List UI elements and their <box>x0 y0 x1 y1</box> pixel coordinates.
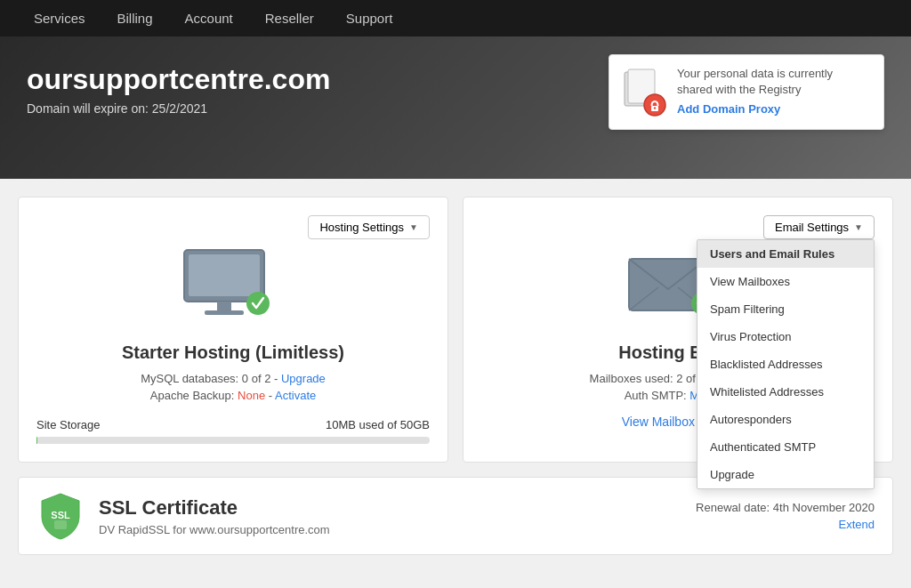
hero-banner: oursupportcentre.com Domain will expire … <box>0 36 911 179</box>
hosting-backup-info: Apache Backup: None - Activate <box>150 389 316 402</box>
privacy-text: Your personal data is currently shared w… <box>677 66 871 118</box>
ssl-renewal: Renewal date: 4th November 2020 <box>696 501 875 514</box>
email-settings-dropdown[interactable]: Email Settings ▼ <box>763 215 875 239</box>
svg-rect-6 <box>189 254 260 296</box>
nav-support[interactable]: Support <box>330 0 409 36</box>
privacy-notice: Your personal data is currently shared w… <box>609 54 884 130</box>
hero-text: oursupportcentre.com Domain will expire … <box>27 63 330 116</box>
storage-value: 10MB used of 50GB <box>326 418 430 431</box>
chevron-down-icon: ▼ <box>409 222 418 232</box>
nav-billing[interactable]: Billing <box>101 0 169 36</box>
storage-label: Site Storage <box>36 418 101 431</box>
hosting-dropdown-label: Hosting Settings <box>319 221 404 234</box>
menu-item-spam-filtering[interactable]: Spam Filtering <box>697 295 874 323</box>
hosting-card-header: Hosting Settings ▼ <box>36 215 430 239</box>
privacy-icon <box>622 68 666 117</box>
menu-item-autoresponders[interactable]: Autoresponders <box>697 406 874 433</box>
hosting-icon <box>180 248 286 328</box>
email-dropdown-label: Email Settings <box>775 221 849 234</box>
privacy-description: Your personal data is currently shared w… <box>677 67 833 96</box>
mysql-upgrade-link[interactable]: Upgrade <box>281 372 326 385</box>
smtp-label: Auth SMTP: <box>625 389 687 402</box>
email-card-header: Email Settings ▼ Users and Email Rules V… <box>481 215 875 239</box>
hosting-settings-dropdown[interactable]: Hosting Settings ▼ <box>308 215 430 239</box>
storage-bar-fill <box>36 437 37 444</box>
svg-rect-8 <box>205 310 244 315</box>
ssl-text: SSL Certificate DV RapidSSL for www.ours… <box>99 496 330 536</box>
ssl-subtitle: DV RapidSSL for www.oursupportcentre.com <box>99 523 330 536</box>
mysql-value: 0 of 2 <box>242 372 271 385</box>
menu-item-users-email-rules[interactable]: Users and Email Rules <box>697 240 874 268</box>
top-navigation: Services Billing Account Reseller Suppor… <box>0 0 911 36</box>
svg-point-9 <box>246 292 270 315</box>
chevron-down-icon: ▼ <box>854 222 863 232</box>
activate-link[interactable]: Activate <box>275 389 316 402</box>
ssl-extend-link[interactable]: Extend <box>696 518 875 531</box>
main-content: Hosting Settings ▼ <box>0 179 911 573</box>
ssl-left: SSL SSL Certificate DV RapidSSL for www.… <box>36 492 330 540</box>
hosting-card: Hosting Settings ▼ <box>18 197 448 463</box>
nav-services[interactable]: Services <box>18 0 101 36</box>
svg-point-2 <box>644 94 665 116</box>
hosting-mysql-info: MySQL databases: 0 of 2 - Upgrade <box>141 372 326 385</box>
svg-text:SSL: SSL <box>51 510 70 520</box>
menu-item-upgrade[interactable]: Upgrade <box>697 461 874 488</box>
svg-point-4 <box>654 107 656 109</box>
storage-row: Site Storage 10MB used of 50GB <box>36 418 430 431</box>
backup-value: None <box>238 389 265 402</box>
add-domain-proxy-link[interactable]: Add Domain Proxy <box>677 101 871 117</box>
mysql-label: MySQL databases: <box>141 372 238 385</box>
menu-item-authenticated-smtp[interactable]: Authenticated SMTP <box>697 433 874 461</box>
nav-reseller[interactable]: Reseller <box>249 0 330 36</box>
email-card: Email Settings ▼ Users and Email Rules V… <box>463 197 893 463</box>
menu-item-virus-protection[interactable]: Virus Protection <box>697 323 874 350</box>
ssl-right: Renewal date: 4th November 2020 Extend <box>696 501 875 531</box>
cards-row: Hosting Settings ▼ <box>18 197 893 463</box>
nav-account[interactable]: Account <box>169 0 249 36</box>
storage-bar <box>36 437 430 444</box>
domain-name: oursupportcentre.com <box>27 63 330 96</box>
menu-item-view-mailboxes[interactable]: View Mailboxes <box>697 268 874 295</box>
hosting-title: Starter Hosting (Limitless) <box>122 342 344 363</box>
hosting-card-body: Starter Hosting (Limitless) MySQL databa… <box>36 248 430 444</box>
ssl-title: SSL Certificate <box>99 496 330 520</box>
svg-rect-15 <box>54 520 67 529</box>
backup-label: Apache Backup: <box>150 389 235 402</box>
domain-expiry: Domain will expire on: 25/2/2021 <box>27 101 330 116</box>
menu-item-blacklisted-addresses[interactable]: Blacklisted Addresses <box>697 350 874 378</box>
mailboxes-label: Mailboxes used: <box>590 372 673 385</box>
ssl-shield-icon: SSL <box>36 492 85 540</box>
email-dropdown-menu: Users and Email Rules View Mailboxes Spa… <box>697 239 875 489</box>
menu-item-whitelisted-addresses[interactable]: Whitelisted Addresses <box>697 378 874 406</box>
